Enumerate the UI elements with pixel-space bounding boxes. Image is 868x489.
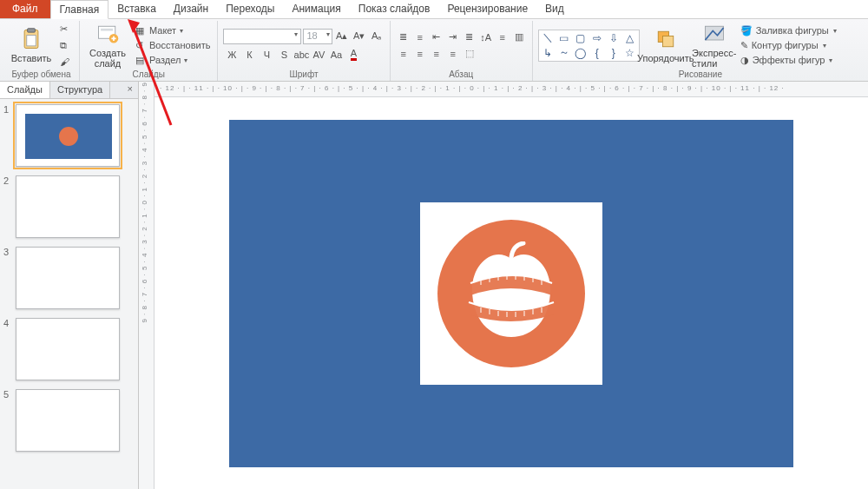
shape-oval-icon: ◯ bbox=[573, 46, 589, 60]
paste-button[interactable]: Вставить bbox=[9, 21, 54, 69]
copy-icon: ⧉ bbox=[60, 40, 71, 51]
shape-effects-button[interactable]: ◑Эффекты фигур▾ bbox=[740, 53, 837, 67]
tab-animation[interactable]: Анимация bbox=[283, 0, 349, 18]
spacing-button[interactable]: AV bbox=[310, 47, 327, 63]
pen-icon: ✎ bbox=[740, 40, 748, 51]
tab-review[interactable]: Рецензирование bbox=[438, 0, 536, 18]
tab-home[interactable]: Главная bbox=[50, 0, 109, 19]
clear-format-button[interactable]: Aₐ bbox=[369, 29, 385, 44]
numbering-button[interactable]: ≡ bbox=[412, 30, 428, 45]
tab-insert[interactable]: Вставка bbox=[108, 0, 165, 18]
reset-icon: ↺ bbox=[135, 40, 147, 51]
align-text-button[interactable]: ≡ bbox=[495, 30, 510, 45]
slide-stage[interactable] bbox=[155, 97, 868, 489]
svg-rect-2 bbox=[27, 36, 36, 46]
quick-styles-label: Экспресс-стили bbox=[692, 48, 736, 69]
tab-design[interactable]: Дизайн bbox=[165, 0, 217, 18]
reset-button[interactable]: ↺Восстановить bbox=[134, 38, 212, 52]
section-button[interactable]: ▤Раздел▾ bbox=[134, 53, 212, 67]
shapes-gallery[interactable]: ＼ ▭ ▢ ⇨ ⇩ △ ↳ ～ ◯ { } ☆ bbox=[538, 30, 640, 62]
align-right-button[interactable]: ≡ bbox=[429, 46, 444, 62]
arrange-label: Упорядочить bbox=[637, 53, 694, 63]
slide-thumbnails[interactable]: 1 2 3 4 5 bbox=[0, 99, 138, 489]
font-color-button[interactable]: A bbox=[345, 47, 362, 63]
chevron-down-icon: ▾ bbox=[833, 27, 837, 35]
format-painter-button[interactable]: 🖌 bbox=[57, 54, 74, 69]
line-spacing-button[interactable]: ≣ bbox=[462, 30, 477, 45]
strike-button[interactable]: abc bbox=[293, 47, 310, 63]
tab-transitions[interactable]: Переходы bbox=[217, 0, 283, 18]
text-direction-button[interactable]: ↕A bbox=[478, 30, 494, 45]
new-slide-button[interactable]: Создать слайд bbox=[85, 21, 130, 69]
font-family-select[interactable]: ▾ bbox=[223, 29, 301, 44]
justify-button[interactable]: ≡ bbox=[445, 46, 461, 62]
tab-slideshow[interactable]: Показ слайдов bbox=[350, 0, 439, 18]
tab-file[interactable]: Файл bbox=[0, 0, 50, 18]
shape-outline-label: Контур фигуры bbox=[752, 40, 819, 50]
font-size-select[interactable]: 18▾ bbox=[303, 29, 332, 44]
scissors-icon: ✂ bbox=[60, 23, 71, 35]
logo-circle-icon bbox=[437, 220, 585, 367]
panel-tab-outline[interactable]: Структура bbox=[50, 82, 110, 98]
font-size-value: 18 bbox=[306, 30, 317, 41]
layout-button[interactable]: ▦Макет▾ bbox=[134, 23, 212, 37]
slide-thumbnail-4[interactable] bbox=[16, 318, 120, 380]
group-slides: Создать слайд ▦Макет▾ ↺Восстановить ▤Раз… bbox=[80, 21, 218, 81]
shape-outline-button[interactable]: ✎Контур фигуры▾ bbox=[740, 38, 837, 52]
shape-conn-icon: ↳ bbox=[540, 46, 556, 60]
indent-dec-button[interactable]: ⇤ bbox=[429, 30, 444, 45]
arrange-button[interactable]: Упорядочить bbox=[643, 21, 688, 69]
grow-font-button[interactable]: A▴ bbox=[334, 29, 350, 44]
bold-button[interactable]: Ж bbox=[223, 47, 240, 63]
italic-button[interactable]: К bbox=[240, 47, 258, 63]
changecase-button[interactable]: Aa bbox=[327, 47, 345, 63]
shadow-button[interactable]: S bbox=[275, 47, 293, 63]
tab-view[interactable]: Вид bbox=[536, 0, 573, 18]
cut-button[interactable]: ✂ bbox=[57, 21, 74, 36]
group-drawing: ＼ ▭ ▢ ⇨ ⇩ △ ↳ ～ ◯ { } ☆ Упорядочить Эксп… bbox=[533, 21, 868, 81]
shape-line-icon: ＼ bbox=[540, 31, 556, 45]
current-slide[interactable] bbox=[229, 120, 793, 467]
apple-tape-icon bbox=[464, 241, 559, 346]
align-center-button[interactable]: ≡ bbox=[412, 46, 428, 62]
shape-brace2-icon: } bbox=[606, 46, 621, 60]
brush-icon: 🖌 bbox=[60, 56, 71, 68]
align-left-button[interactable]: ≡ bbox=[396, 46, 411, 62]
smartart-button[interactable]: ⬚ bbox=[462, 46, 477, 62]
bullets-button[interactable]: ≣ bbox=[396, 30, 411, 45]
columns-button[interactable]: ▥ bbox=[511, 30, 527, 45]
ruler-h-ticks: · 12 · | · 11 · | · 10 · | · 9 · | · 8 ·… bbox=[155, 82, 868, 92]
chevron-down-icon: ▾ bbox=[294, 30, 298, 38]
layout-icon: ▦ bbox=[135, 25, 147, 36]
indent-inc-button[interactable]: ⇥ bbox=[445, 30, 461, 45]
workspace: Слайды Структура × 1 2 3 4 5 9 · 8 · 7 ·… bbox=[0, 82, 868, 489]
svg-rect-4 bbox=[101, 29, 113, 31]
quick-styles-button[interactable]: Экспресс-стили bbox=[692, 21, 737, 69]
shape-fill-button[interactable]: 🪣Заливка фигуры▾ bbox=[740, 23, 837, 37]
group-font: ▾ 18▾ A▴ A▾ Aₐ Ж К Ч S abc AV Aa A Шрифт bbox=[218, 21, 390, 81]
arrange-icon bbox=[654, 27, 678, 51]
effects-icon: ◑ bbox=[740, 55, 749, 66]
panel-close-button[interactable]: × bbox=[122, 82, 138, 98]
slide-thumbnail-2[interactable] bbox=[16, 175, 120, 238]
ruler-horizontal: · 12 · | · 11 · | · 10 · | · 9 · | · 8 ·… bbox=[155, 82, 868, 97]
slide-thumbnail-3[interactable] bbox=[16, 247, 120, 309]
ruler-vertical: 9 · 8 · 7 · 6 · 5 · 4 · 3 · 2 · 1 · 0 · … bbox=[139, 82, 155, 489]
panel-tab-slides[interactable]: Слайды bbox=[0, 82, 50, 98]
copy-button[interactable]: ⧉ bbox=[57, 37, 74, 53]
group-paragraph: ≣ ≡ ⇤ ⇥ ≣ ↕A ≡ ▥ ≡ ≡ ≡ ≡ ⬚ Абзац bbox=[391, 21, 533, 81]
clipboard-icon bbox=[19, 27, 43, 51]
shape-effects-label: Эффекты фигур bbox=[753, 55, 825, 65]
reset-label: Восстановить bbox=[149, 40, 210, 50]
slide-image[interactable] bbox=[420, 202, 602, 385]
slide-thumbnail-1[interactable] bbox=[16, 104, 120, 167]
section-label: Раздел bbox=[149, 55, 181, 65]
underline-button[interactable]: Ч bbox=[258, 47, 275, 63]
shape-fill-label: Заливка фигуры bbox=[756, 25, 829, 36]
slides-panel: Слайды Структура × 1 2 3 4 5 bbox=[0, 82, 139, 489]
ruler-v-ticks: 9 · 8 · 7 · 6 · 5 · 4 · 3 · 2 · 1 · 0 · … bbox=[139, 82, 150, 328]
clipboard-small: ✂ ⧉ 🖌 bbox=[57, 21, 74, 69]
ribbon-tabs: Файл Главная Вставка Дизайн Переходы Ани… bbox=[0, 0, 868, 19]
slide-thumbnail-5[interactable] bbox=[16, 389, 120, 452]
shrink-font-button[interactable]: A▾ bbox=[352, 29, 367, 44]
